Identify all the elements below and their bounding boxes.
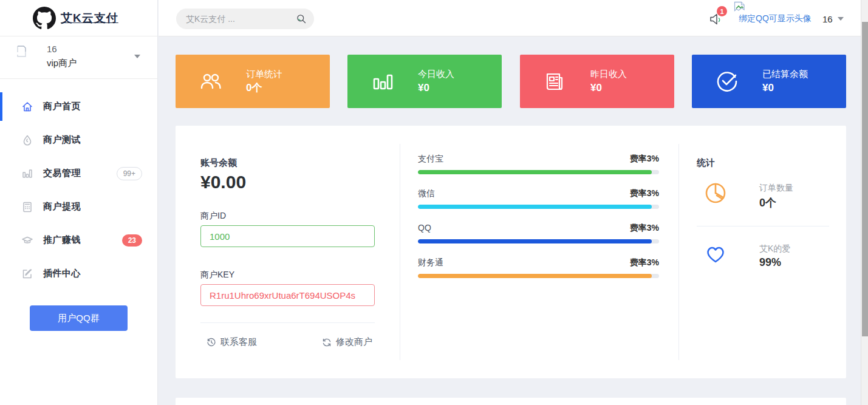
history-clock-icon	[207, 338, 216, 347]
profile-id: 16	[47, 44, 57, 54]
profile-selector[interactable]: 16 vip商户	[0, 36, 157, 79]
progress-fill	[418, 274, 652, 278]
rate-name: 微信	[418, 188, 435, 199]
heart-icon	[703, 242, 728, 266]
progress-track	[418, 170, 659, 174]
trade-count-badge: 99+	[117, 167, 142, 180]
logo-row[interactable]: 艾K云支付	[0, 0, 157, 36]
search-input[interactable]	[186, 14, 296, 24]
sidebar-item-merchant-test[interactable]: 商户测试	[0, 123, 157, 157]
rate-name: 支付宝	[418, 154, 443, 165]
merchant-id-label: 商户ID	[200, 211, 226, 222]
sidebar-item-promote-earn[interactable]: 推广赚钱 23	[0, 223, 157, 257]
stat-card-title: 昨日收入	[590, 67, 627, 81]
stat-card-title: 订单统计	[246, 67, 282, 81]
drop-icon	[21, 134, 33, 146]
rate-name: QQ	[418, 223, 431, 233]
rate-row-wechat: 微信 费率3%	[418, 188, 659, 209]
sidebar-item-label: 插件中心	[43, 268, 81, 279]
content-area: 订单统计 0个 今日收入 ¥0 昨日收入 ¥0 已结算余额 ¥0	[159, 37, 861, 405]
brand-title[interactable]: 艾K云支付	[61, 10, 118, 26]
divider	[200, 322, 375, 323]
header-username[interactable]: 16	[822, 14, 833, 24]
rate-row-alipay: 支付宝 费率3%	[418, 154, 659, 174]
sidebar-item-label: 交易管理	[43, 168, 81, 179]
stat-item-label: 订单数量	[759, 183, 793, 194]
broken-image-icon	[734, 1, 745, 14]
contact-support-link[interactable]: 联系客服	[207, 336, 257, 348]
sidebar-item-label: 推广赚钱	[43, 234, 81, 246]
stat-card-value: ¥0	[590, 81, 627, 95]
pie-chart-icon	[703, 181, 728, 205]
promote-count-badge: 23	[122, 234, 142, 247]
stat-card-today-income[interactable]: 今日收入 ¥0	[347, 55, 502, 108]
rate-value: 费率3%	[630, 257, 659, 268]
bar-chart-icon	[21, 168, 33, 180]
merchant-id-input[interactable]	[200, 225, 375, 247]
sidebar-item-label: 商户测试	[43, 134, 81, 146]
chart-bars-icon	[371, 69, 395, 94]
stat-card-title: 已结算余额	[762, 67, 808, 81]
panel-divider	[678, 144, 679, 360]
stat-card-settled-balance[interactable]: 已结算余额 ¥0	[692, 55, 846, 108]
github-logo-icon	[33, 7, 56, 30]
avatar-alt-text[interactable]: 绑定QQ可显示头像	[739, 13, 812, 24]
rate-name: 财务通	[418, 257, 443, 268]
profile-role: vip商户	[47, 58, 77, 69]
rate-value: 费率3%	[630, 188, 659, 199]
chevron-down-icon[interactable]	[838, 17, 844, 21]
refresh-icon	[322, 338, 332, 347]
vertical-scrollbar[interactable]	[861, 0, 868, 405]
progress-fill	[418, 170, 652, 174]
sidebar-item-plugin-center[interactable]: 插件中心	[0, 257, 157, 290]
stat-card-order-count[interactable]: 订单统计 0个	[176, 55, 330, 108]
progress-track	[418, 239, 659, 243]
account-balance-label: 账号余额	[200, 157, 237, 169]
top-header: 1 绑定QQ可显示头像 16	[159, 0, 861, 36]
merchant-key-label: 商户KEY	[200, 270, 234, 281]
sidebar-menu: 商户首页 商户测试 交易管理 99+ 商户提现 推广赚钱 23	[0, 79, 157, 290]
stat-card-value: ¥0	[762, 81, 808, 95]
rate-row-caifutong: 财务通 费率3%	[418, 257, 659, 278]
progress-fill	[418, 205, 652, 209]
stats-panel-title: 统计	[697, 157, 715, 169]
chevron-down-icon[interactable]	[134, 55, 140, 58]
merchant-key-input[interactable]	[200, 284, 375, 306]
sidebar-item-trade-manage[interactable]: 交易管理 99+	[0, 157, 157, 190]
sidebar-item-label: 商户提现	[43, 201, 81, 213]
rate-value: 费率3%	[630, 223, 659, 234]
stat-card-yesterday-income[interactable]: 昨日收入 ¥0	[520, 55, 674, 108]
sidebar-item-merchant-withdraw[interactable]: 商户提现	[0, 190, 157, 223]
progress-track	[418, 205, 659, 209]
modify-merchant-link[interactable]: 修改商户	[322, 336, 372, 348]
notification-bell[interactable]: 1	[708, 11, 726, 28]
stat-item-label: 艾K的爱	[759, 243, 790, 254]
divider	[697, 226, 829, 226]
progress-fill	[418, 239, 652, 243]
search-box[interactable]	[176, 9, 314, 29]
stat-card-title: 今日收入	[418, 67, 454, 81]
contact-support-label: 联系客服	[220, 336, 257, 348]
user-qq-group-button[interactable]: 用户QQ群	[30, 305, 128, 331]
rate-value: 费率3%	[630, 154, 659, 165]
stat-item-value: 0个	[759, 196, 776, 210]
graduation-cap-icon	[21, 234, 33, 247]
broken-image-icon	[16, 46, 27, 57]
stat-card-value: ¥0	[418, 81, 454, 95]
search-icon[interactable]	[296, 12, 307, 26]
edit-icon	[21, 268, 33, 280]
calculator-icon	[21, 201, 33, 213]
rate-row-qq: QQ 费率3%	[418, 223, 659, 243]
modify-merchant-label: 修改商户	[336, 336, 372, 348]
check-circle-icon	[715, 69, 739, 94]
progress-track	[418, 274, 659, 278]
account-balance-value: ¥0.00	[200, 172, 246, 192]
sidebar-item-label: 商户首页	[43, 101, 81, 112]
sidebar: 艾K云支付 16 vip商户 商户首页 商户测试 交易管理 9	[0, 0, 158, 405]
notification-badge: 1	[717, 6, 727, 16]
bottom-panel	[176, 398, 846, 405]
main-panel: 账号余额 ¥0.00 商户ID 商户KEY 联系客服 修改商户 支付宝 费率3%	[176, 126, 846, 378]
scrollbar-thumb[interactable]	[862, 22, 868, 336]
stat-item-value: 99%	[759, 256, 781, 269]
sidebar-item-merchant-home[interactable]: 商户首页	[0, 90, 157, 123]
